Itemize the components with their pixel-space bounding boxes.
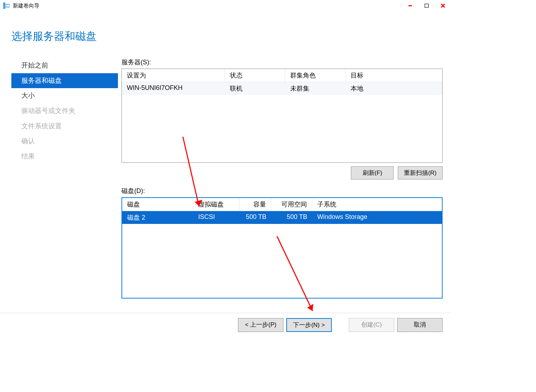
svg-rect-0 — [3, 2, 5, 9]
maximize-button[interactable] — [418, 0, 435, 11]
svg-rect-4 — [425, 4, 428, 7]
disks-header-row: 磁盘 虚拟磁盘 容量 可用空间 子系统 — [122, 198, 442, 211]
servers-cell-target: 本地 — [346, 82, 442, 95]
disks-col-capacity[interactable]: 容量 — [239, 198, 271, 211]
minimize-button[interactable] — [402, 0, 418, 11]
close-button[interactable] — [435, 0, 451, 11]
servers-cell-status: 联机 — [225, 82, 285, 95]
disks-row[interactable]: 磁盘 2 ISCSI 500 TB 500 TB Windows Storage — [122, 211, 442, 224]
disks-cell-capacity: 500 TB — [239, 211, 271, 224]
sidebar-item-server-disk[interactable]: 服务器和磁盘 — [11, 73, 118, 88]
rescan-button[interactable]: 重新扫描(R) — [398, 166, 443, 179]
page-heading: 选择服务器和磁盘 — [11, 29, 451, 44]
sidebar-item-before-begin[interactable]: 开始之前 — [11, 58, 118, 73]
refresh-button[interactable]: 刷新(F) — [351, 166, 394, 179]
disks-col-free[interactable]: 可用空间 — [271, 198, 312, 211]
servers-cell-provision: WIN-5UNI6I7OFKH — [122, 82, 225, 95]
disks-col-vdisk[interactable]: 虚拟磁盘 — [193, 198, 239, 211]
servers-cell-cluster: 未群集 — [285, 82, 346, 95]
previous-button[interactable]: < 上一步(P) — [238, 318, 283, 332]
servers-label: 服务器(S): — [121, 58, 443, 66]
app-icon — [3, 2, 10, 9]
disks-cell-subsystem: Windows Storage — [312, 211, 442, 224]
sidebar-item-filesystem: 文件系统设置 — [11, 119, 118, 134]
servers-col-provision[interactable]: 设置为 — [122, 69, 225, 82]
servers-list[interactable]: 设置为 状态 群集角色 目标 WIN-5UNI6I7OFKH 联机 未群集 本地 — [121, 69, 443, 163]
servers-col-status[interactable]: 状态 — [225, 69, 285, 82]
disks-cell-disk: 磁盘 2 — [122, 211, 193, 224]
window-title: 新建卷向导 — [13, 2, 39, 9]
servers-col-target[interactable]: 目标 — [346, 69, 442, 82]
sidebar-item-confirm: 确认 — [11, 134, 118, 149]
wizard-footer: < 上一步(P) 下一步(N) > 创建(C) 取消 — [0, 313, 451, 337]
disks-label: 磁盘(D): — [121, 187, 443, 195]
cancel-button[interactable]: 取消 — [397, 318, 443, 332]
servers-row[interactable]: WIN-5UNI6I7OFKH 联机 未群集 本地 — [122, 82, 442, 95]
disks-cell-vdisk: ISCSI — [193, 211, 239, 224]
wizard-steps-sidebar: 开始之前 服务器和磁盘 大小 驱动器号或文件夹 文件系统设置 确认 结果 — [11, 58, 121, 299]
window-controls — [402, 0, 451, 11]
create-button: 创建(C) — [349, 318, 394, 332]
svg-rect-2 — [6, 5, 9, 7]
sidebar-item-drive-letter: 驱动器号或文件夹 — [11, 103, 118, 119]
disks-col-disk[interactable]: 磁盘 — [122, 198, 193, 211]
disks-cell-free: 500 TB — [271, 211, 312, 224]
servers-header-row: 设置为 状态 群集角色 目标 — [122, 69, 442, 82]
svg-marker-10 — [307, 304, 313, 311]
disks-col-subsystem[interactable]: 子系统 — [312, 198, 442, 211]
sidebar-item-size[interactable]: 大小 — [11, 88, 118, 103]
next-button[interactable]: 下一步(N) > — [286, 318, 332, 332]
disks-list[interactable]: 磁盘 虚拟磁盘 容量 可用空间 子系统 磁盘 2 ISCSI 500 TB 50… — [121, 197, 443, 299]
servers-col-cluster[interactable]: 群集角色 — [285, 69, 346, 82]
titlebar: 新建卷向导 — [0, 0, 451, 11]
sidebar-item-result: 结果 — [11, 149, 118, 164]
